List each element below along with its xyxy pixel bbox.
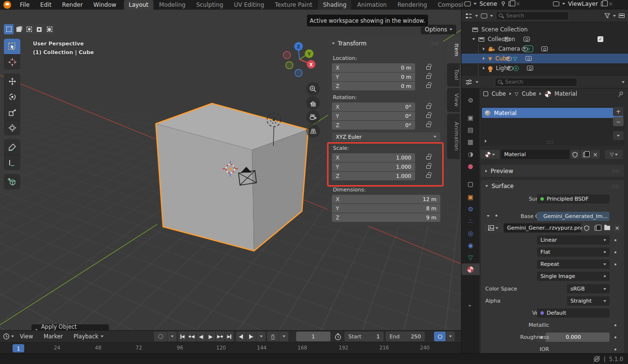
dimensions-z-field[interactable]: Z9 m	[332, 213, 440, 222]
axis-gizmo[interactable]: Z Y X	[284, 42, 316, 77]
location-x-field[interactable]: X0 m	[332, 63, 415, 72]
chevron-right-icon[interactable]	[483, 57, 485, 60]
auto-keying-dropdown[interactable]	[167, 332, 177, 341]
base-color-button[interactable]: Gemini_Generated_Im...	[537, 212, 610, 221]
hide-eye-icon[interactable]	[507, 66, 513, 71]
move-tool[interactable]	[4, 73, 20, 89]
lock-icon[interactable]	[426, 105, 431, 109]
toggle-perspective-button[interactable]	[306, 124, 320, 138]
drag-grip[interactable]: ::::	[612, 169, 620, 174]
tab-texture-paint[interactable]: Texture Paint	[270, 0, 317, 10]
pan-button[interactable]	[306, 96, 320, 110]
chevron-down-icon[interactable]	[622, 81, 625, 83]
lock-icon[interactable]	[426, 115, 431, 118]
rotate-tool[interactable]	[4, 89, 20, 104]
fake-user-button[interactable]	[570, 150, 580, 159]
tab-physics-properties[interactable]: ◎	[462, 227, 479, 239]
auto-keying-toggle[interactable]	[154, 332, 167, 341]
lock-icon[interactable]	[426, 124, 431, 127]
camera-view-button[interactable]	[306, 110, 320, 124]
outliner-row-cube[interactable]: ▼ Cube ▽	[462, 54, 628, 63]
tab-animation[interactable]: Animation	[352, 0, 391, 10]
timeline-menu-view[interactable]: View	[15, 331, 38, 342]
tab-item[interactable]: Item	[447, 39, 460, 62]
collection-checkbox[interactable]: ✓	[598, 36, 603, 42]
tab-rendering[interactable]: Rendering	[392, 0, 432, 10]
keying-set-button[interactable]	[434, 332, 446, 341]
blender-logo-icon[interactable]	[3, 1, 11, 9]
filter-icon[interactable]	[604, 13, 610, 18]
tab-scene-properties[interactable]: ◑	[462, 148, 479, 160]
rotation-mode-dropdown[interactable]: XYZ Euler	[332, 132, 440, 141]
tab-tool-properties[interactable]: ⚙	[462, 94, 479, 106]
tab-uv-editing[interactable]: UV Editing	[229, 0, 269, 10]
play-button[interactable]: ▶	[206, 332, 215, 341]
animate-dot[interactable]	[495, 215, 497, 217]
viewlayer-icon[interactable]	[553, 1, 559, 6]
tab-view[interactable]: View	[447, 88, 460, 112]
step-forward-button[interactable]: ▶	[246, 332, 256, 341]
play-reverse-button[interactable]: ◀	[196, 332, 206, 341]
stopwatch-icon[interactable]	[334, 333, 342, 340]
select-difference-button[interactable]	[34, 24, 44, 34]
tab-collection-properties[interactable]: ▢	[462, 178, 479, 189]
menu-edit[interactable]: Edit	[35, 0, 57, 10]
chevron-down-icon[interactable]	[487, 215, 490, 217]
new-viewlayer-icon[interactable]	[601, 1, 605, 6]
timeline-ruler[interactable]: 1 24 48 72 96 120 144 168 192 216 240	[0, 342, 461, 354]
select-set-button[interactable]	[4, 24, 14, 34]
annotate-tool[interactable]	[4, 139, 20, 155]
remove-slot-button[interactable]: −	[613, 117, 624, 126]
disable-render-icon[interactable]	[525, 56, 532, 61]
tab-data-properties[interactable]: ▽	[462, 251, 479, 263]
dimensions-y-field[interactable]: Y8 m	[332, 204, 440, 213]
hide-eye-icon[interactable]	[504, 37, 510, 42]
playhead-frame-badge[interactable]: 1	[13, 344, 24, 352]
chevron-down-icon[interactable]	[613, 15, 616, 17]
dimensions-x-field[interactable]: X12 m	[332, 195, 440, 204]
hide-eye-icon[interactable]	[506, 57, 512, 61]
new-material-button[interactable]	[581, 150, 590, 159]
outliner-row-scene-collection[interactable]: Scene Collection	[462, 25, 628, 34]
chevron-right-icon[interactable]	[483, 47, 485, 50]
chevron-down-icon[interactable]	[468, 305, 471, 307]
scene-icon[interactable]	[464, 1, 471, 6]
step-back-button[interactable]: ◀	[236, 332, 246, 341]
extension-dropdown[interactable]: Repeat	[537, 260, 610, 269]
animate-dot[interactable]	[614, 239, 616, 241]
scale-x-field[interactable]: X1.000	[332, 153, 415, 162]
frame-end-field[interactable]: End250	[386, 332, 425, 341]
chevron-right-icon[interactable]	[483, 67, 485, 70]
breadcrumb-data[interactable]: Cube	[522, 90, 536, 97]
tab-animation[interactable]: Animation	[447, 114, 460, 159]
outliner-row-camera[interactable]: Camera	[462, 44, 628, 54]
tab-object-properties[interactable]: ▣	[462, 191, 479, 203]
image-name-field[interactable]: Gemini_Gener...rzvypurz.png	[504, 223, 581, 233]
timeline-menu-marker[interactable]: Marker	[39, 331, 68, 342]
open-image-button[interactable]	[602, 223, 612, 233]
cube-object[interactable]	[156, 103, 308, 251]
menu-render[interactable]: Render	[57, 0, 88, 10]
preview-panel-header[interactable]: Preview ::::	[480, 164, 625, 177]
outliner-search[interactable]	[496, 12, 568, 20]
tab-output-properties[interactable]: ▤	[462, 124, 479, 135]
add-slot-button[interactable]: +	[613, 107, 624, 116]
keying-set-dropdown[interactable]	[446, 332, 455, 341]
tab-compositing[interactable]: Compositing	[433, 0, 464, 10]
breadcrumb-material[interactable]: Material	[554, 90, 577, 97]
outliner-search-input[interactable]	[496, 12, 568, 20]
scale-tool[interactable]	[4, 104, 20, 120]
link-target-dropdown[interactable]: ▽	[605, 150, 623, 159]
animate-dot[interactable]	[614, 324, 616, 326]
disable-render-icon[interactable]	[523, 37, 530, 42]
axis-minus-z[interactable]	[295, 70, 302, 77]
tab-modifier-properties[interactable]: ⚙	[462, 203, 479, 215]
menu-window[interactable]: Window	[88, 0, 121, 10]
mesh-data-icon[interactable]: ▽	[513, 56, 517, 62]
location-y-field[interactable]: Y0 m	[332, 73, 415, 81]
alpha-dropdown[interactable]: Straight	[567, 296, 610, 306]
tab-particle-properties[interactable]: ∴	[462, 215, 479, 227]
apply-object-transform-panel[interactable]: Apply Object Transform	[31, 324, 109, 330]
animate-dot[interactable]	[614, 336, 616, 338]
chevron-down-icon[interactable]	[476, 81, 478, 83]
